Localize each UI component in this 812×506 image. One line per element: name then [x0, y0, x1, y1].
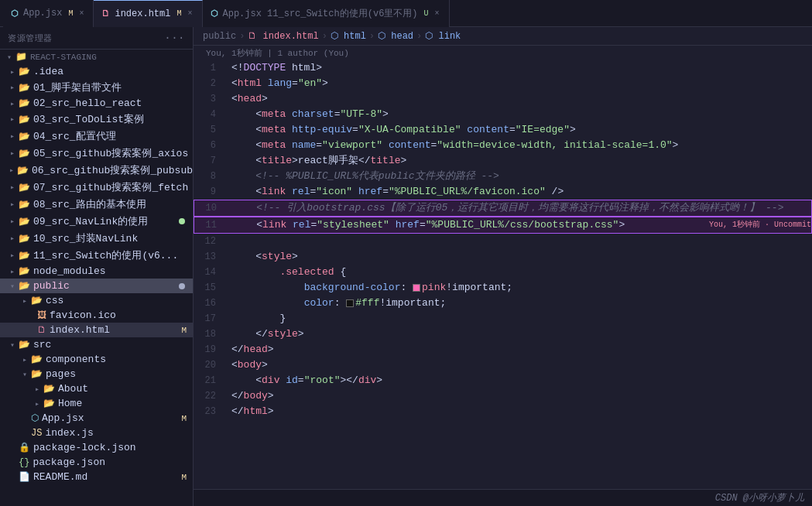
line-content: <html lang="en">: [228, 76, 812, 91]
arrow: [6, 267, 19, 276]
sidebar-item-02[interactable]: 📂 02_src_hello_react: [0, 96, 193, 111]
code-line-15: 15 background-color: pink!important;: [194, 280, 812, 296]
item-label: 03_src_ToDoList案例: [33, 112, 144, 126]
crumb-public: public: [203, 31, 236, 42]
sidebar-menu-dots[interactable]: ···: [164, 32, 185, 44]
sidebar-item-08[interactable]: 📂 08_src_路由的基本使用: [0, 196, 193, 213]
sidebar-item-packagejson[interactable]: {} package.json: [0, 455, 193, 470]
line-content: <link rel="icon" href="%PUBLIC_URL%/favi…: [228, 184, 812, 200]
sidebar-item-pages[interactable]: 📂 pages: [0, 367, 193, 381]
arrow: [31, 385, 43, 394]
line-num: 12: [194, 234, 228, 249]
editor-area: public › 🗋 index.html › ⬡ html › ⬡ head …: [194, 27, 812, 506]
code-line-4: 4 <meta charset="UTF-8">: [194, 107, 812, 122]
jsx-icon: ⬡: [11, 9, 19, 19]
sidebar-item-components[interactable]: 📂 components: [0, 352, 193, 367]
item-label: package.json: [33, 456, 105, 468]
tab-close[interactable]: ×: [186, 8, 194, 19]
tree-root[interactable]: 📁 REACT-STAGING: [0, 50, 193, 64]
sidebar-item-10[interactable]: 📂 10_src_封装NavLink: [0, 230, 193, 247]
folder-icon: 📂: [43, 383, 55, 395]
item-label: 10_src_封装NavLink: [33, 231, 138, 245]
tab-appjsx-switch[interactable]: ⬡ App.jsx 11_src_Switch的使用(v6里不用) U ×: [203, 0, 450, 27]
sidebar-item-appjsx[interactable]: ⬡ App.jsx M: [0, 411, 193, 426]
modified-badge: M: [181, 326, 187, 335]
code-line-19: 19 </head>: [194, 342, 812, 357]
code-line-14: 14 .selected {: [194, 265, 812, 280]
tab-close[interactable]: ×: [433, 8, 441, 19]
code-line-6: 6 <meta name="viewport" content="width=d…: [194, 138, 812, 153]
folder-icon: 📂: [31, 354, 43, 365]
folder-icon: 📂: [43, 398, 55, 409]
folder-icon: 📂: [19, 82, 30, 94]
sidebar-item-public[interactable]: 📂 public: [0, 279, 193, 293]
item-label: README.md: [33, 471, 87, 483]
tab-appjsx[interactable]: ⬡ App.jsx M ×: [3, 0, 94, 27]
line-num: 13: [194, 249, 228, 265]
sidebar-item-09[interactable]: 📂 09_src_NavLink的使用: [0, 213, 193, 230]
code-line-12: 12: [194, 234, 812, 249]
tab-badge-m: M: [176, 9, 181, 18]
line-content: color: #fff!important;: [228, 296, 812, 311]
line-content: <meta charset="UTF-8">: [228, 107, 812, 122]
line-num: 1: [194, 60, 228, 76]
code-line-20: 20 <body>: [194, 357, 812, 373]
code-line-7: 7 <title>react脚手架</title>: [194, 153, 812, 169]
line-num: 8: [194, 169, 228, 184]
item-label: 07_src_github搜索案例_fetch: [33, 180, 188, 194]
folder-icon: 📂: [19, 233, 30, 244]
code-line-22: 22 </body>: [194, 388, 812, 404]
line-num: 15: [194, 280, 228, 296]
root-label: REACT-STAGING: [30, 53, 97, 62]
sidebar-item-node-modules[interactable]: 📂 node_modules: [0, 264, 193, 279]
tab-indexhtml[interactable]: 🗋 index.html M ×: [94, 0, 202, 27]
arrow: [6, 200, 19, 209]
item-label: node_modules: [33, 265, 106, 277]
line-content: </style>: [228, 327, 812, 342]
folder-icon: 📂: [19, 265, 30, 277]
line-content: background-color: pink!important;: [228, 280, 812, 296]
tab-close[interactable]: ×: [77, 8, 85, 19]
line-content: <!-- %PUBLIC_URL%代表public文件夹的路径 -->: [228, 169, 812, 184]
folder-open-icon: 📂: [19, 280, 30, 292]
sidebar-item-about[interactable]: 📂 About: [0, 381, 193, 396]
sidebar-item-03[interactable]: 📂 03_src_ToDoList案例: [0, 111, 193, 128]
line-num: 16: [194, 296, 228, 311]
code-line-11: 11 <link rel="stylesheet" href="%PUBLIC_…: [194, 217, 812, 234]
sidebar-item-indexhtml[interactable]: 🗋 index.html M: [0, 323, 193, 337]
code-editor[interactable]: 1 <!DOCTYPE html> 2 <html lang="en"> 3 <…: [194, 60, 812, 489]
idea-icon: 📂: [19, 66, 30, 77]
sidebar-item-11[interactable]: 📂 11_src_Switch的使用(v6...: [0, 247, 193, 264]
root-arrow: [3, 53, 15, 62]
sidebar-item-06[interactable]: 📂 06_src_github搜索案例_pubsub: [0, 162, 193, 179]
sidebar-item-05[interactable]: 📂 05_src_github搜索案例_axios: [0, 145, 193, 162]
sidebar-item-07[interactable]: 📂 07_src_github搜索案例_fetch: [0, 179, 193, 196]
item-label: About: [58, 383, 88, 395]
sidebar-item-favicon[interactable]: 🖼 favicon.ico: [0, 308, 193, 323]
line-content: <title>react脚手架</title>: [228, 153, 812, 169]
sidebar-item-indexjs[interactable]: JS index.js: [0, 426, 193, 440]
sidebar-item-idea[interactable]: 📂 .idea: [0, 64, 193, 79]
line-content: [228, 234, 812, 249]
sidebar-item-css[interactable]: 📂 css: [0, 293, 193, 308]
item-label: 02_src_hello_react: [33, 97, 142, 109]
item-label: package-lock.json: [33, 442, 136, 453]
sidebar-item-01[interactable]: 📂 01_脚手架自带文件: [0, 79, 193, 96]
line-content: }: [228, 311, 812, 327]
code-line-13: 13 <style>: [194, 249, 812, 265]
arrow: [6, 115, 19, 124]
crumb-link: ⬡ link: [425, 30, 461, 42]
sidebar-item-home[interactable]: 📂 Home: [0, 396, 193, 411]
line-content: <div id="root"></div>: [228, 373, 812, 388]
code-line-5: 5 <meta http-equiv="X-UA-Compatible" con…: [194, 122, 812, 138]
sidebar-item-src[interactable]: 📂 src: [0, 337, 193, 352]
sidebar-item-packagelock[interactable]: 🔒 package-lock.json: [0, 440, 193, 455]
line-num: 4: [194, 107, 228, 122]
sidebar-item-readme[interactable]: 📄 README.md M: [0, 470, 193, 484]
arrow: [6, 183, 19, 192]
line-num: 7: [194, 153, 228, 169]
code-line-18: 18 </style>: [194, 327, 812, 342]
line-num: 3: [194, 91, 228, 107]
tab-label: App.jsx: [23, 8, 62, 19]
sidebar-item-04[interactable]: 📂 04_src_配置代理: [0, 128, 193, 145]
